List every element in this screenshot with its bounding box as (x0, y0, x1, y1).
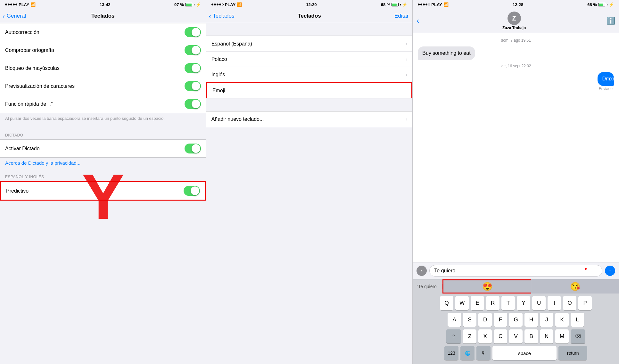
keyboard-label: Emoji (212, 88, 225, 94)
keyboard-label: Polaco (211, 56, 227, 62)
top-spacer (206, 23, 413, 36)
battery-icon (185, 3, 192, 6)
setting-dictado[interactable]: Activar Dictado (0, 140, 206, 157)
toggle-mayusculas[interactable] (185, 63, 201, 73)
key-b[interactable]: B (524, 329, 538, 343)
toggle-dictado[interactable] (185, 144, 201, 153)
back-button-2[interactable]: ‹ Teclados (209, 13, 235, 19)
contact-info[interactable]: Z Zuza Trabajo (422, 12, 607, 30)
key-d[interactable]: D (478, 313, 492, 327)
shift-key[interactable]: ⇧ (446, 329, 461, 343)
send-button[interactable]: ↑ (605, 266, 615, 276)
key-c[interactable]: C (494, 329, 507, 343)
key-m[interactable]: M (555, 329, 569, 343)
key-a[interactable]: A (448, 313, 461, 327)
return-key[interactable]: return (558, 346, 587, 360)
timestamp-2: vie, 16 sept 22:02 (418, 64, 614, 68)
delete-key[interactable]: ⌫ (571, 329, 585, 343)
setting-mayusculas[interactable]: Bloqueo de mayúsculas (0, 59, 206, 77)
key-j[interactable]: J (540, 313, 553, 327)
space-key[interactable]: space (492, 346, 557, 360)
predictive-emoji-1[interactable]: 😍 (442, 279, 532, 294)
add-keyboard-label: Añadir nuevo teclado... (211, 116, 264, 122)
key-y[interactable]: Y (517, 296, 530, 310)
setting-autocorreccion[interactable]: Autocorrección (0, 23, 206, 41)
keyboard-polaco[interactable]: Polaco › (206, 52, 413, 67)
key-q[interactable]: Q (440, 296, 453, 310)
setting-previsualizacion[interactable]: Previsualización de caracteres (0, 77, 206, 95)
keyboard-emoji[interactable]: Emoji (206, 82, 413, 98)
key-k[interactable]: K (555, 313, 569, 327)
dictado-header: DICTADO (0, 127, 206, 139)
input-area: › Te quiero ↑ (413, 262, 619, 279)
setting-label: Previsualización de caracteres (5, 83, 75, 89)
setting-predictivo[interactable]: Predictivo (1, 182, 205, 200)
status-bar-2: PLAY 📶 12:29 68 % ⚡ (206, 0, 413, 9)
key-z[interactable]: Z (463, 329, 476, 343)
mid-spacer (206, 98, 413, 111)
setting-ortografia[interactable]: Comprobar ortografía (0, 41, 206, 59)
back-button-1[interactable]: ‹ General (3, 13, 26, 19)
battery-percent-3: 68 % (587, 2, 597, 7)
edit-button[interactable]: Editar (394, 13, 409, 19)
keyboard-espanol[interactable]: Español (España) › (206, 36, 413, 52)
key-r[interactable]: R (486, 296, 499, 310)
key-v[interactable]: V (509, 329, 523, 343)
nav-bar-1: ‹ General Teclados (0, 9, 206, 23)
predictivo-label: Predictivo (6, 188, 29, 194)
dictado-link[interactable]: Acerca de Dictado y la privacidad... (0, 158, 206, 168)
key-p[interactable]: P (578, 296, 592, 310)
messages-body: dom, 7 ago 19:51 Buy something to eat vi… (413, 33, 619, 262)
keyboard-row-2: A S D F G H J K L (414, 313, 618, 327)
predictive-quoted: "Te quiero" (413, 284, 442, 289)
key-l[interactable]: L (571, 313, 584, 327)
nav-bar-2: ‹ Teclados Teclados Editar (206, 9, 413, 23)
status-right-1: 97 % ⚡ (174, 2, 201, 7)
key-e[interactable]: E (471, 296, 484, 310)
key-s[interactable]: S (463, 313, 476, 327)
toggle-predictivo[interactable] (184, 186, 200, 196)
chevron-right-icon: › (406, 41, 407, 47)
expand-button[interactable]: › (417, 266, 427, 276)
toggle-ortografia[interactable] (185, 45, 201, 55)
toggle-autocorreccion[interactable] (185, 27, 201, 37)
avatar: Z (508, 12, 521, 25)
keyboard-ingles[interactable]: Inglés › (206, 67, 413, 82)
messages-nav: ‹ Z Zuza Trabajo ℹ️ (413, 9, 619, 33)
status-right-2: 68 % ⚡ (381, 2, 408, 7)
key-g[interactable]: G (509, 313, 523, 327)
messages-back-btn[interactable]: ‹ (417, 16, 419, 25)
setting-funcion-rapida[interactable]: Función rápida de "." (0, 95, 206, 113)
key-w[interactable]: W (455, 296, 469, 310)
keyboards-list: Español (España) › Polaco › Inglés › Emo… (206, 36, 413, 364)
time-label: 13:42 (100, 2, 110, 7)
setting-label: Función rápida de "." (5, 101, 53, 107)
keyboard-label: Inglés (211, 72, 225, 78)
key-n[interactable]: N (540, 329, 553, 343)
key-i[interactable]: I (548, 296, 561, 310)
keyboard-label: Español (España) (211, 41, 252, 47)
toggle-previsualizacion[interactable] (185, 81, 201, 91)
key-h[interactable]: H (524, 313, 538, 327)
setting-label: Comprobar ortografía (5, 47, 54, 53)
key-u[interactable]: U (532, 296, 546, 310)
toggle-funcion-rapida[interactable] (185, 99, 201, 109)
predictive-emoji-2[interactable]: 😘 (531, 279, 619, 294)
battery-percent: 97 % (174, 2, 184, 7)
key-t[interactable]: T (501, 296, 515, 310)
message-input[interactable]: Te quiero (429, 265, 602, 277)
key-x[interactable]: X (478, 329, 492, 343)
timestamp-1: dom, 7 ago 19:51 (418, 38, 614, 43)
contact-name: Zuza Trabajo (502, 26, 526, 30)
mic-key[interactable]: 🎙 (476, 346, 491, 360)
chevron-right-icon: › (406, 116, 407, 122)
globe-key[interactable]: 🌐 (460, 346, 475, 360)
charging-icon: ⚡ (196, 2, 201, 7)
info-button[interactable]: ℹ️ (607, 17, 615, 25)
add-keyboard-btn[interactable]: Añadir nuevo teclado... › (206, 112, 413, 127)
key-f[interactable]: F (494, 313, 507, 327)
nav-title-1: Teclados (91, 13, 114, 19)
numbers-key[interactable]: 123 (444, 346, 458, 360)
key-o[interactable]: O (563, 296, 576, 310)
charging-icon-3: ⚡ (609, 2, 614, 7)
